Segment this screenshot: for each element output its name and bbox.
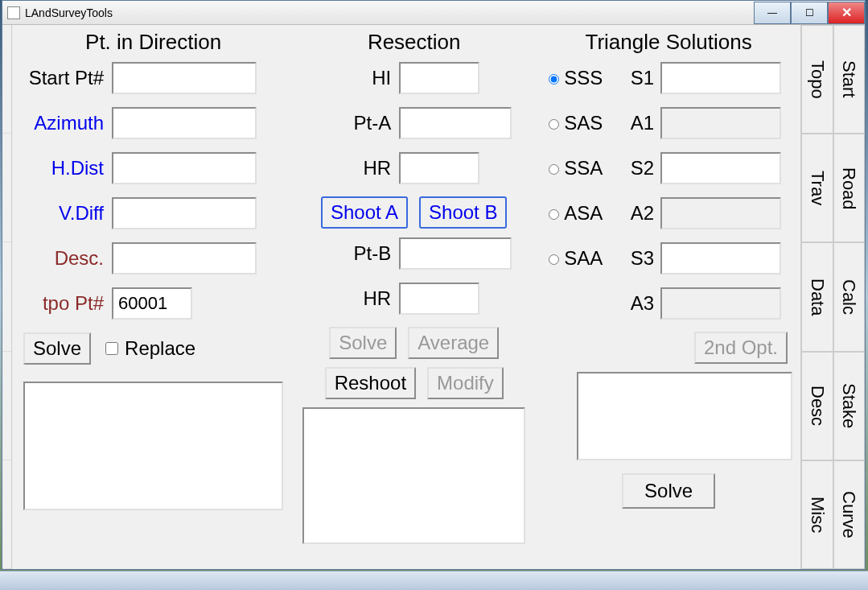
a2-input[interactable] [660, 197, 781, 229]
modify-button[interactable]: Modify [427, 367, 504, 399]
azimuth-label: Azimuth [23, 112, 112, 134]
s3-label: S3 [625, 247, 660, 270]
a1-label: A1 [625, 112, 660, 134]
hdist-input[interactable] [112, 152, 257, 184]
col1-solve-button[interactable]: Solve [23, 332, 91, 365]
tab-stake[interactable]: Stake [833, 352, 866, 460]
right-strip: Topo Trav Data Desc Misc Start Road Calc… [800, 25, 865, 569]
col2-output [302, 407, 525, 544]
sss-radio[interactable] [549, 74, 559, 85]
a3-input[interactable] [660, 287, 781, 320]
pta-label: Pt-A [302, 112, 399, 134]
hr1-input[interactable] [399, 152, 479, 184]
asa-label: ASA [564, 202, 603, 225]
vdiff-input[interactable] [112, 197, 257, 229]
s3-input[interactable] [660, 242, 781, 274]
pta-input[interactable] [399, 107, 512, 139]
s2-label: S2 [625, 157, 660, 179]
taskbar[interactable] [0, 571, 868, 590]
hdist-label: H.Dist [23, 157, 112, 179]
azimuth-input[interactable] [112, 107, 257, 139]
left-strip [2, 25, 12, 569]
tab-data[interactable]: Data [801, 242, 833, 351]
window-title: LAndSurveyTools [25, 6, 113, 19]
hr1-label: HR [302, 157, 399, 179]
tab-curve[interactable]: Curve [833, 460, 866, 569]
start-pt-input[interactable] [112, 62, 257, 94]
hr2-label: HR [302, 287, 399, 310]
col1-heading: Pt. in Direction [23, 30, 283, 55]
a1-input[interactable] [660, 107, 781, 139]
tab-road[interactable]: Road [833, 134, 866, 242]
sss-label: SSS [564, 67, 603, 89]
ptb-label: Pt-B [302, 242, 399, 265]
a2-label: A2 [625, 202, 660, 225]
s2-input[interactable] [660, 152, 781, 184]
vdiff-label: V.Diff [23, 202, 112, 225]
app-icon [7, 6, 20, 19]
ssa-radio[interactable] [549, 164, 559, 175]
replace-checkbox[interactable] [105, 342, 118, 355]
col3-heading: Triangle Solutions [545, 30, 792, 55]
shoot-a-button[interactable]: Shoot A [321, 196, 408, 229]
start-pt-label: Start Pt# [23, 67, 112, 89]
ptb-input[interactable] [399, 237, 512, 270]
replace-label: Replace [125, 337, 195, 360]
close-button[interactable]: ✕ [828, 2, 865, 24]
desc-input[interactable] [112, 242, 257, 274]
maximize-button[interactable]: ☐ [791, 2, 828, 24]
s1-input[interactable] [660, 62, 781, 94]
tab-trav[interactable]: Trav [801, 134, 833, 242]
minimize-button[interactable]: — [754, 2, 791, 24]
reshoot-button[interactable]: Reshoot [325, 367, 416, 399]
ssa-label: SSA [564, 157, 603, 179]
desc-label: Desc. [23, 247, 112, 270]
col2-solve-button[interactable]: Solve [329, 327, 397, 359]
hr2-input[interactable] [399, 283, 479, 315]
shoot-b-button[interactable]: Shoot B [419, 196, 507, 229]
col3-solve-button[interactable]: Solve [622, 473, 715, 509]
tpo-pt-input[interactable] [112, 287, 192, 320]
saa-label: SAA [564, 247, 603, 270]
s1-label: S1 [625, 67, 660, 89]
hi-label: HI [302, 67, 399, 89]
second-opt-button[interactable]: 2nd Opt. [694, 332, 788, 364]
hi-input[interactable] [399, 62, 479, 94]
tab-topo[interactable]: Topo [801, 25, 833, 134]
sas-radio[interactable] [549, 119, 559, 130]
tpo-pt-label: tpo Pt# [23, 292, 112, 315]
tab-misc[interactable]: Misc [801, 460, 833, 569]
a3-label: A3 [625, 292, 660, 315]
tab-desc[interactable]: Desc [801, 352, 833, 460]
average-button[interactable]: Average [408, 327, 499, 359]
col1-output [23, 382, 283, 510]
saa-radio[interactable] [549, 254, 559, 265]
app-window: LAndSurveyTools — ☐ ✕ Pt. in Direction S… [2, 0, 866, 570]
client-area: Pt. in Direction Start Pt# Azimuth H.Dis… [2, 25, 865, 569]
titlebar[interactable]: LAndSurveyTools — ☐ ✕ [2, 1, 865, 25]
tab-calc[interactable]: Calc [833, 242, 866, 351]
tab-start[interactable]: Start [833, 25, 866, 134]
sas-label: SAS [564, 112, 603, 134]
col3-output [577, 372, 792, 460]
col2-heading: Resection [302, 30, 525, 55]
asa-radio[interactable] [549, 209, 559, 220]
